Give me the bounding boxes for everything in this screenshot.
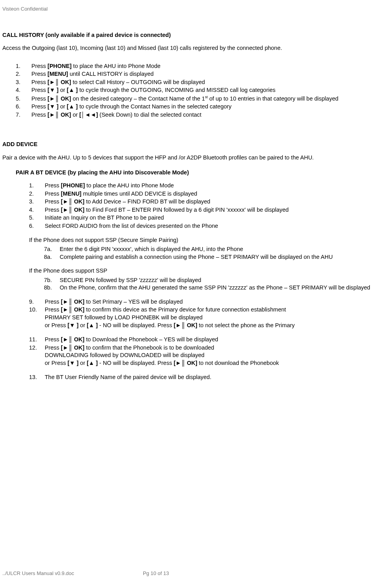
list-item: Initiate an Inquiry on the BT Phone to b… [45,214,387,222]
text: or Press [45,322,68,328]
text: until CALL HISTORY is displayed [68,71,153,77]
list-item: Press [►║ OK] to Add Device – FIND FORD … [45,198,387,206]
list-number: 3. [16,79,31,86]
button-ref: [▲ ] [87,360,98,366]
text: to confirm that the Phonebook is to be d… [84,344,214,351]
text: to place the AHU into Phone Mode [85,182,174,189]
list-number: 7a. [44,245,60,253]
button-ref: [▲ ] [87,322,98,328]
text: Press [31,79,47,85]
list-number: 2. [29,190,45,198]
button-ref: [▲ ] [67,103,78,110]
list-item: Enter the 6 digit PIN 'xxxxxx', which is… [60,245,387,253]
list-number: 11. [29,336,45,344]
list-number: 8a. [44,253,60,261]
text: to Set Primary – YES will be displayed [84,299,183,305]
list-number: 4. [29,206,45,214]
list-number: 2. [16,70,31,78]
text: Press [31,103,47,110]
text: on the desired category – the Contact Na… [71,95,205,102]
text: Press [31,63,47,69]
list-number: 4. [16,86,31,94]
list-item-line2: PRIMARY SET followed by LOAD PHONEBK wil… [45,314,387,322]
button-ref: [►║ OK] [61,344,84,351]
button-ref: [►║ OK] [47,112,71,118]
list-number: 5. [16,95,31,103]
text: Press [45,207,61,213]
text: to not download the Phonebook [197,360,279,366]
list-number: 5. [29,214,45,222]
list-number: 13. [29,374,45,381]
text: to place the AHU into Phone Mode [71,63,161,69]
list-item: Complete pairing and establish a connect… [60,253,387,261]
footer-path: ../ULCR Users Manual v0.9.doc [2,570,74,576]
page: Visteon Confidential CALL HISTORY (only … [0,0,389,588]
text: or [58,103,67,110]
list-item: Press [PHONE] to place the AHU into Phon… [45,182,387,190]
button-ref: [►║ OK] [61,336,84,343]
list-number: 7. [16,111,31,119]
text: (Seek Down) to dial the selected contact [98,112,202,118]
pair-bt-device-subtitle: PAIR A BT DEVICE (by placing the AHU int… [16,169,387,177]
button-ref: [PHONE] [47,63,71,69]
text: to select Call History – OUTGOING will b… [71,79,205,85]
list-item: Press [►║ OK] to select Call History – O… [31,79,387,86]
list-item: Press [▼ ] or [▲ ] to cycle through the … [31,86,387,94]
list-item-line3: or Press [▼ ] or [▲ ] - NO will be displ… [45,359,387,367]
confidential-header: Visteon Confidential [2,5,389,13]
pair-steps-continued: 9. Press [►║ OK] to Set Primary – YES wi… [29,298,387,329]
text: - NO will be displayed. Press [98,322,173,328]
text: to Find Ford BT – ENTER PIN followed by … [84,207,289,213]
call-history-intro: Access the Outgoing (last 10), Incoming … [2,44,387,52]
button-ref: [│◄◄] [79,112,98,118]
list-number: 8b. [44,284,60,292]
list-item: Press [►║ OK] to Set Primary – YES will … [45,298,387,306]
text: Press [31,112,47,118]
button-ref: [►║ OK] [47,95,71,102]
text: to cycle through the OUTGOING, INCOMING … [78,87,276,93]
list-item: SECURE PIN followed by SSP 'zzzzzz' will… [60,277,387,284]
text: or [79,322,87,328]
list-item: Press [▼ ] or [▲ ] to cycle through the … [31,103,387,111]
list-number: 1. [29,182,45,190]
text: or [79,360,87,366]
button-ref: [►║ OK] [61,306,84,313]
list-number: 6. [16,103,31,111]
button-ref: [►║ OK] [47,79,71,85]
text: of up to 10 entries in that category wil… [208,95,338,102]
button-ref: [►║ OK] [61,299,84,305]
footer-page: Pg 10 of 13 [143,570,169,577]
text: or [58,87,67,93]
call-history-steps: 1. Press [PHONE] to place the AHU into P… [16,62,387,119]
list-item: Press [►║ OK] to confirm this device as … [45,306,387,314]
text: multiple times until ADD DEVICE is displ… [81,191,197,197]
text: Press [31,95,47,102]
button-ref: [▼ ] [68,360,79,366]
list-item: Press [MENU] until CALL HISTORY is displ… [31,70,387,78]
footer: ../ULCR Users Manual v0.9.doc Pg 10 of 1… [2,570,387,577]
text: to cycle through the Contact Names in th… [78,103,232,110]
text: Press [45,299,61,305]
text: to confirm this device as the Primary de… [84,306,286,313]
list-number: 3. [29,198,45,206]
button-ref: [►║ OK] [173,322,197,328]
text: Press [45,344,61,351]
text: to Download the Phonebook – YES will be … [84,336,218,343]
text: Press [31,87,47,93]
no-ssp-condition: If the Phone does not support SSP (Secur… [29,236,387,244]
text: Press [45,182,61,189]
no-ssp-steps: 7a. Enter the 6 digit PIN 'xxxxxx', whic… [44,245,387,261]
list-item: Press [►║ OK] on the desired category – … [31,95,387,103]
button-ref: [PHONE] [61,182,85,189]
button-ref: [►║ OK] [173,360,197,366]
button-ref: [►║ OK] [61,207,84,213]
pair-steps-continued-2: 11. Press [►║ OK] to Download the Phoneb… [29,336,387,367]
button-ref: [MENU] [47,71,68,77]
button-ref: [▼ ] [68,322,79,328]
list-item: Select FORD AUDIO from the list of devic… [45,222,387,230]
list-item: Press [►║ OK] to Download the Phonebook … [45,336,387,344]
list-item: Press [►║ OK] or [│◄◄] (Seek Down) to di… [31,111,387,119]
button-ref: [▼ ] [47,103,58,110]
list-number: 10. [29,306,45,314]
list-number: 6. [29,222,45,230]
